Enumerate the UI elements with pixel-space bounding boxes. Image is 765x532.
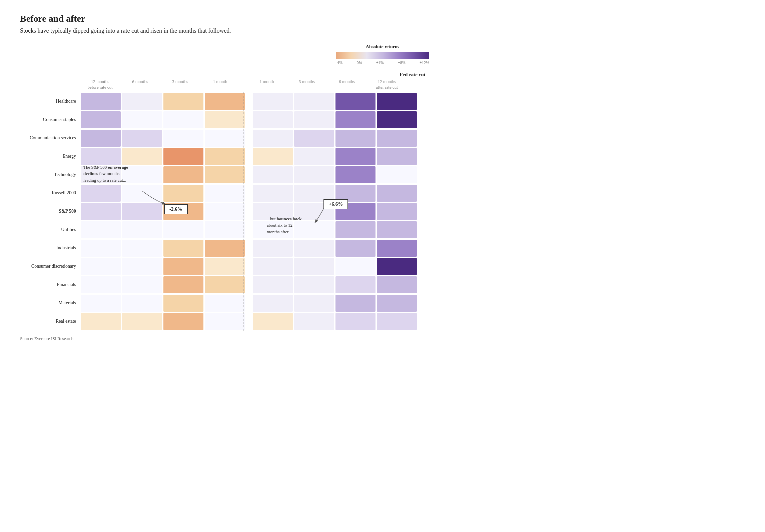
- cell: [163, 93, 203, 110]
- cell: [253, 166, 293, 183]
- col-header-6m-before: 6 months: [120, 79, 160, 90]
- cell: [122, 148, 162, 165]
- cell: [335, 276, 375, 293]
- cell: [163, 313, 203, 330]
- cell: [163, 295, 203, 312]
- cell: [122, 258, 162, 275]
- cell: [205, 240, 245, 257]
- cell: [377, 148, 417, 165]
- cell: [253, 93, 293, 110]
- col-header-6m-after: 6 months: [327, 79, 367, 90]
- cell: [294, 111, 334, 128]
- cell: [335, 313, 375, 330]
- cell: [335, 148, 375, 165]
- cell: [253, 130, 293, 147]
- cell: [163, 166, 203, 183]
- cell: [205, 93, 245, 110]
- fed-rate-label: Fed rate cut: [80, 72, 745, 78]
- cell: [81, 148, 121, 165]
- cell: [294, 313, 334, 330]
- cell: [81, 240, 121, 257]
- cell: [377, 313, 417, 330]
- legend-label-neg4: -4%: [336, 60, 342, 65]
- cell: [163, 111, 203, 128]
- cell: [377, 258, 417, 275]
- legend-labels: -4% 0% +4% +8% +12%: [336, 60, 429, 65]
- cell: [205, 313, 245, 330]
- legend-title: Absolute returns: [366, 44, 399, 50]
- table-row: [80, 239, 745, 257]
- chart-subtitle: Stocks have typically dipped going into …: [20, 27, 745, 34]
- cell: [163, 258, 203, 275]
- cell: [335, 93, 375, 110]
- cell: [377, 221, 417, 238]
- cell: [294, 166, 334, 183]
- row-label-financials: Financials: [20, 276, 80, 294]
- annotation-text-left: The S&P 500 on averagedeclines few month…: [83, 164, 150, 184]
- table-row: [80, 184, 745, 202]
- cell: [205, 203, 245, 220]
- row-label-sp500: S&P 500: [20, 202, 80, 221]
- cell: [205, 185, 245, 202]
- cell: [81, 130, 121, 147]
- cell: [377, 93, 417, 110]
- cell: [253, 185, 293, 202]
- row-label-materials: Materials: [20, 294, 80, 312]
- source-text: Source: Evercore ISI Research: [20, 336, 745, 341]
- cell: [122, 221, 162, 238]
- cell: [253, 313, 293, 330]
- row-label-consumer-disc: Consumer discretionary: [20, 257, 80, 276]
- cell: [377, 295, 417, 312]
- cell: [335, 130, 375, 147]
- cell: [377, 130, 417, 147]
- cell: [294, 276, 334, 293]
- row-label-russell2000: Russell 2000: [20, 184, 80, 202]
- cell: [335, 221, 375, 238]
- legend-label-pos4: +4%: [376, 60, 384, 65]
- cell: [253, 258, 293, 275]
- cell: [253, 111, 293, 128]
- table-row: [80, 129, 745, 147]
- cell: [81, 185, 121, 202]
- cell: [205, 295, 245, 312]
- cell: [81, 258, 121, 275]
- table-row: [80, 276, 745, 294]
- cell: [81, 203, 121, 220]
- chart-title: Before and after: [20, 13, 745, 24]
- cell: [335, 166, 375, 183]
- row-label-utilities: Utilities: [20, 221, 80, 239]
- cell: [163, 240, 203, 257]
- cell: [294, 295, 334, 312]
- cell: [122, 130, 162, 147]
- cell: [81, 221, 121, 238]
- table-row: [80, 312, 745, 331]
- cell: [163, 221, 203, 238]
- table-row: [80, 166, 745, 184]
- cell: [205, 148, 245, 165]
- cell: [205, 221, 245, 238]
- cell: [253, 148, 293, 165]
- cell: [377, 111, 417, 128]
- cell: [335, 258, 375, 275]
- cell: [81, 93, 121, 110]
- cell: [163, 185, 203, 202]
- col-header-1m-before: 1 month: [200, 79, 240, 90]
- grid-area: The S&P 500 on averagedeclines few month…: [80, 92, 745, 331]
- row-label-healthcare: Healthcare: [20, 92, 80, 111]
- table-row: [80, 147, 745, 166]
- table-row: [80, 221, 745, 239]
- cell: [253, 276, 293, 293]
- table-row: [80, 257, 745, 276]
- col-header-12m-after: 12 monthsafter rate cut: [367, 79, 407, 90]
- row-label-industrials: Industrials: [20, 239, 80, 257]
- cell: [205, 111, 245, 128]
- legend: Absolute returns -4% 0% +4% +8% +12%: [20, 44, 745, 65]
- cell: [205, 166, 245, 183]
- row-label-technology: Technology: [20, 166, 80, 184]
- cell: [122, 295, 162, 312]
- row-label-energy: Energy: [20, 147, 80, 166]
- cell: [294, 258, 334, 275]
- cell: [81, 111, 121, 128]
- annotation-value-left: -2.6%: [164, 204, 188, 214]
- table-row: [80, 92, 745, 111]
